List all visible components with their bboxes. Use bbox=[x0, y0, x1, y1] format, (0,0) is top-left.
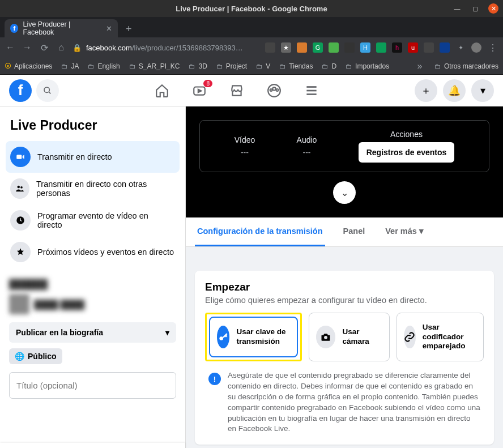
extension-icon[interactable]: ★ bbox=[281, 42, 291, 53]
svg-point-11 bbox=[18, 186, 20, 189]
people-icon bbox=[10, 178, 29, 199]
avatar bbox=[9, 294, 29, 314]
url-box[interactable]: 🔒 facebook.com/live/producer/15369883798… bbox=[73, 44, 259, 52]
extension-icon[interactable] bbox=[344, 42, 355, 53]
bookmark-folder[interactable]: 🗀English bbox=[88, 62, 120, 70]
audience-label: Público bbox=[28, 352, 57, 361]
profile-row: ████ ████ bbox=[9, 294, 176, 314]
audience-chip[interactable]: 🌐 Público bbox=[9, 348, 62, 364]
extension-icon[interactable] bbox=[265, 42, 275, 53]
tab-panel[interactable]: Panel bbox=[341, 217, 368, 246]
nav-marketplace[interactable] bbox=[229, 83, 244, 98]
bookmarks-overflow-icon[interactable]: » bbox=[414, 61, 425, 71]
kebab-menu-icon[interactable]: ⋮ bbox=[487, 42, 498, 53]
extension-icon[interactable] bbox=[297, 42, 307, 53]
extension-icon[interactable]: G bbox=[313, 42, 323, 53]
tab-strip: f Live Producer | Facebook ✕ + bbox=[0, 17, 503, 37]
expand-preview-button[interactable]: ⌄ bbox=[333, 181, 356, 204]
home-icon bbox=[155, 83, 169, 98]
extension-icon[interactable] bbox=[424, 42, 434, 53]
extension-icons: ★ G H h u ✦ ⋮ bbox=[265, 42, 498, 53]
fb-header: f 8 ＋ 🔔 ▾ bbox=[0, 75, 503, 106]
menu-icon bbox=[304, 83, 319, 98]
extension-icon[interactable]: h bbox=[392, 42, 402, 53]
extension-icon[interactable]: u bbox=[408, 42, 418, 53]
url-path: /live/producer/15369883798393… bbox=[132, 44, 243, 52]
svg-rect-10 bbox=[16, 155, 22, 159]
tab-stream-config[interactable]: Configuración de la transmisión bbox=[195, 217, 325, 246]
bookmark-folder[interactable]: 🗀S_AR_PI_KC bbox=[129, 62, 180, 70]
post-destination-select[interactable]: Publicar en la biografía ▾ bbox=[9, 322, 176, 343]
back-button[interactable]: ← bbox=[5, 42, 16, 53]
sidebar: Live Producer Transmitir en directo Tran… bbox=[0, 106, 186, 448]
svg-point-14 bbox=[220, 336, 224, 340]
sidebar-item-schedule[interactable]: Programar evento de vídeo en directo bbox=[6, 204, 180, 236]
url-domain: facebook.com bbox=[86, 44, 132, 52]
minimize-button[interactable]: — bbox=[452, 3, 462, 14]
os-titlebar: Live Producer | Facebook - Google Chrome… bbox=[0, 0, 503, 17]
svg-point-12 bbox=[20, 186, 23, 189]
plus-icon: ＋ bbox=[421, 84, 431, 97]
sidebar-item-go-live[interactable]: Transmitir en directo bbox=[6, 141, 180, 173]
extension-icon[interactable] bbox=[329, 42, 339, 53]
tab-close-icon[interactable]: ✕ bbox=[106, 24, 112, 33]
extension-icon[interactable] bbox=[440, 42, 450, 53]
bookmark-folder[interactable]: 🗀JA bbox=[61, 62, 79, 70]
nav-menu[interactable] bbox=[304, 83, 319, 98]
option-paired-encoder[interactable]: Usar codificador emparejado bbox=[397, 313, 484, 361]
stat-video: Vídeo --- bbox=[235, 135, 255, 157]
create-button[interactable]: ＋ bbox=[415, 79, 437, 102]
new-tab-button[interactable]: + bbox=[121, 21, 137, 37]
nav-home[interactable] bbox=[155, 83, 169, 98]
svg-point-0 bbox=[44, 87, 49, 92]
page-title: Live Producer bbox=[6, 116, 180, 141]
option-stream-key[interactable]: Usar clave de transmisión bbox=[209, 317, 298, 357]
tab-more[interactable]: Ver más ▾ bbox=[383, 217, 426, 246]
event-logs-button[interactable]: Registros de eventos bbox=[359, 142, 455, 163]
forward-button[interactable]: → bbox=[22, 42, 33, 53]
facebook-logo[interactable]: f bbox=[9, 79, 32, 102]
notifications-button[interactable]: 🔔 bbox=[443, 79, 466, 102]
post-destination-label: Publicar en la biografía bbox=[16, 328, 103, 337]
bookmark-folder[interactable]: 🗀Importados bbox=[346, 62, 389, 70]
svg-point-15 bbox=[324, 336, 327, 339]
camera-icon bbox=[316, 326, 336, 348]
bookmark-folder[interactable]: 🗀V bbox=[256, 62, 270, 70]
title-input[interactable] bbox=[9, 372, 176, 399]
caret-down-icon: ▾ bbox=[165, 328, 169, 337]
bookmark-folder[interactable]: 🗀D bbox=[322, 62, 336, 70]
stats-card: Vídeo --- Audio --- Acciones Registros d… bbox=[199, 120, 489, 172]
profile-avatar-icon[interactable] bbox=[471, 42, 481, 53]
sidebar-item-live-with[interactable]: Transmitir en directo con otras personas bbox=[6, 173, 180, 204]
maximize-button[interactable]: ▢ bbox=[470, 3, 480, 14]
reload-button[interactable]: ⟳ bbox=[39, 42, 50, 53]
apps-button[interactable]: ⦿Aplicaciones bbox=[5, 62, 52, 70]
nav-groups[interactable] bbox=[267, 83, 282, 98]
browser-tab[interactable]: f Live Producer | Facebook ✕ bbox=[5, 19, 118, 37]
card-subtitle: Elige cómo quieres empezar a configurar … bbox=[205, 296, 484, 305]
tutorial-highlight: Usar clave de transmisión bbox=[205, 313, 302, 361]
sidebar-item-upcoming[interactable]: Próximos vídeos y eventos en directo bbox=[6, 236, 180, 268]
option-label: Usar codificador emparejado bbox=[423, 323, 476, 352]
bookmark-folder[interactable]: 🗀Tiendas bbox=[279, 62, 313, 70]
account-button[interactable]: ▾ bbox=[471, 79, 494, 102]
globe-icon: 🌐 bbox=[15, 352, 24, 361]
svg-point-4 bbox=[272, 87, 275, 90]
bookmark-folder[interactable]: 🗀3D bbox=[189, 62, 207, 70]
search-button[interactable] bbox=[36, 79, 59, 102]
bookmarks-bar: ⦿Aplicaciones 🗀JA 🗀English 🗀S_AR_PI_KC 🗀… bbox=[0, 58, 503, 75]
nav-watch[interactable]: 8 bbox=[192, 83, 207, 98]
option-camera[interactable]: Usar cámara bbox=[309, 313, 390, 361]
extensions-puzzle-icon[interactable]: ✦ bbox=[455, 42, 466, 53]
home-button[interactable]: ⌂ bbox=[56, 42, 67, 53]
camera-live-icon bbox=[10, 147, 31, 167]
option-label: Usar clave de transmisión bbox=[236, 327, 289, 347]
svg-point-6 bbox=[276, 88, 278, 91]
bookmark-folder[interactable]: 🗀Project bbox=[216, 62, 247, 70]
sidebar-item-label: Próximos vídeos y eventos en directo bbox=[37, 248, 174, 257]
other-bookmarks-button[interactable]: 🗀Otros marcadores bbox=[434, 62, 498, 70]
close-button[interactable]: ✕ bbox=[488, 3, 498, 14]
clock-icon bbox=[10, 210, 31, 231]
extension-icon[interactable]: H bbox=[360, 42, 370, 53]
extension-icon[interactable] bbox=[376, 42, 386, 53]
